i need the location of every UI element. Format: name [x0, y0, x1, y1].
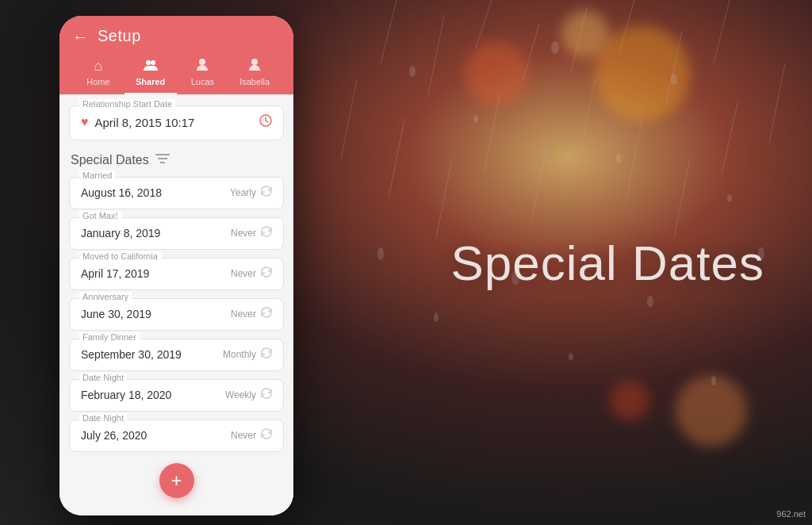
date-night-1-date: February 18, 2020: [81, 389, 171, 401]
married-refresh-icon[interactable]: [261, 186, 272, 199]
phone-container: ← Setup ⌂ Home Shared: [59, 16, 293, 515]
tab-home-label: Home: [86, 77, 109, 86]
svg-line-9: [389, 119, 404, 198]
date-night-1-label: Date Night: [79, 373, 127, 382]
heart-icon: ♥: [81, 115, 89, 129]
svg-line-15: [674, 159, 690, 238]
watermark: 962.net: [776, 509, 806, 519]
tab-lucas[interactable]: Lucas: [177, 53, 229, 94]
svg-line-11: [484, 95, 500, 174]
date-night-1-refresh-icon[interactable]: [261, 388, 272, 401]
date-night-2-date: July 26, 2020: [81, 429, 147, 442]
svg-line-1: [428, 16, 444, 95]
filter-icon[interactable]: [155, 153, 170, 167]
relationship-date-value: April 8, 2015 10:17: [95, 116, 195, 129]
background-special-dates-text: Special Dates: [450, 235, 764, 291]
anniversary-recurrence: Never: [231, 308, 256, 320]
tab-isabella-label: Isabella: [239, 77, 270, 86]
svg-line-7: [714, 0, 730, 63]
svg-line-0: [381, 0, 396, 63]
svg-point-24: [377, 247, 384, 260]
add-date-fab[interactable]: +: [159, 463, 194, 498]
phone-content[interactable]: Relationship Start Date ♥ April 8, 2015 …: [59, 94, 293, 515]
date-night-2-label: Date Night: [79, 413, 127, 423]
shared-icon: [144, 58, 158, 75]
anniversary-refresh-icon[interactable]: [261, 307, 272, 320]
date-card-moved[interactable]: Moved to California April 17, 2019 Never: [69, 258, 284, 290]
svg-line-14: [626, 119, 642, 198]
header-title: Setup: [98, 27, 141, 45]
date-night-2-recurrence: Never: [231, 430, 256, 441]
svg-point-21: [616, 154, 621, 163]
date-night-1-recurrence: Weekly: [225, 389, 256, 400]
svg-point-32: [151, 60, 155, 65]
moved-label: Moved to California: [79, 251, 161, 261]
lucas-icon: [196, 58, 209, 75]
tab-lucas-label: Lucas: [191, 77, 214, 86]
svg-point-19: [473, 115, 478, 123]
svg-point-34: [251, 59, 258, 65]
svg-line-12: [531, 143, 547, 222]
svg-point-22: [671, 74, 677, 85]
got-max-refresh-icon[interactable]: [261, 226, 272, 240]
date-night-2-refresh-icon[interactable]: [261, 428, 272, 442]
date-card-got-max[interactable]: Got Max! January 8, 2019 Never: [69, 217, 284, 250]
svg-line-4: [571, 8, 587, 71]
married-date: August 16, 2018: [81, 186, 162, 199]
moved-date: April 17, 2019: [81, 267, 149, 280]
got-max-recurrence: Never: [231, 228, 256, 239]
svg-point-33: [199, 59, 205, 65]
date-card-married[interactable]: Married August 16, 2018 Yearly: [69, 177, 284, 209]
tab-shared-label: Shared: [136, 77, 165, 86]
date-card-anniversary[interactable]: Anniversary June 30, 2019 Never: [69, 298, 284, 331]
moved-refresh-icon[interactable]: [261, 266, 272, 280]
svg-line-5: [619, 0, 634, 56]
anniversary-date: June 30, 2019: [81, 308, 151, 320]
relationship-start-date-card[interactable]: Relationship Start Date ♥ April 8, 2015 …: [69, 105, 284, 140]
nav-tabs: ⌂ Home Shared: [72, 53, 281, 94]
isabella-icon: [248, 58, 261, 75]
married-recurrence: Yearly: [230, 187, 256, 198]
svg-line-17: [769, 63, 785, 143]
svg-point-25: [434, 312, 439, 322]
family-dinner-date: September 30, 2019: [81, 348, 182, 361]
svg-point-23: [727, 194, 732, 202]
family-dinner-label: Family Dinner: [79, 332, 140, 342]
date-card-date-night-2[interactable]: Date Night July 26, 2020 Never: [69, 420, 284, 452]
home-icon: ⌂: [94, 58, 102, 75]
tab-isabella[interactable]: Isabella: [228, 53, 281, 94]
special-dates-section-header: Special Dates: [69, 153, 284, 167]
back-button[interactable]: ←: [72, 29, 88, 44]
svg-line-6: [666, 32, 682, 103]
svg-line-2: [476, 0, 492, 48]
family-dinner-recurrence: Monthly: [223, 349, 256, 360]
got-max-date: January 8, 2019: [81, 227, 160, 240]
date-card-family-dinner[interactable]: Family Dinner September 30, 2019 Monthly: [69, 339, 284, 371]
anniversary-label: Anniversary: [79, 292, 132, 301]
clock-icon[interactable]: [259, 114, 272, 130]
family-dinner-refresh-icon[interactable]: [261, 347, 272, 361]
svg-line-10: [436, 159, 452, 238]
relationship-field-label: Relationship Start Date: [79, 99, 175, 109]
svg-point-18: [409, 66, 416, 77]
svg-point-31: [146, 60, 151, 65]
svg-point-29: [711, 376, 716, 385]
date-card-date-night-1[interactable]: Date Night February 18, 2020 Weekly: [69, 379, 284, 412]
svg-line-16: [722, 103, 737, 174]
svg-point-20: [551, 41, 559, 54]
svg-line-3: [523, 24, 539, 79]
tab-home[interactable]: ⌂ Home: [72, 53, 124, 94]
svg-line-13: [579, 79, 595, 159]
svg-line-8: [341, 79, 357, 159]
got-max-label: Got Max!: [79, 211, 121, 220]
phone-header: ← Setup ⌂ Home Shared: [59, 16, 293, 94]
tab-shared[interactable]: Shared: [124, 53, 177, 94]
moved-recurrence: Never: [231, 268, 256, 279]
svg-point-27: [569, 353, 573, 361]
married-label: Married: [79, 171, 115, 180]
special-dates-title: Special Dates: [71, 153, 149, 167]
svg-point-28: [647, 296, 653, 307]
